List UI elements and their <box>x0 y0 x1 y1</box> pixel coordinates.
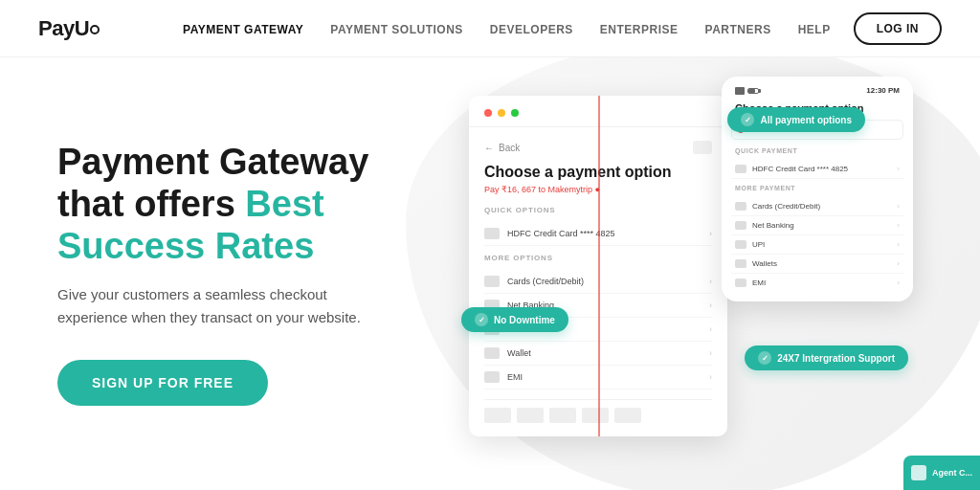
mobile-wallets-option[interactable]: Wallets › <box>731 255 903 274</box>
mobile-netbanking-icon <box>735 221 746 230</box>
battery-icon <box>747 88 759 94</box>
mobile-quick-label: QUICK PAYMENT <box>731 147 903 154</box>
emi-icon <box>484 371 500 383</box>
signal-icon <box>735 87 745 95</box>
cards-icon <box>484 276 500 287</box>
card-icon <box>484 228 500 239</box>
nav-link-payment-gateway[interactable]: PAYMENT GATEWAY <box>183 23 303 36</box>
mobile-netbanking-option[interactable]: Net Banking › <box>731 216 903 235</box>
visa-logo <box>484 408 511 423</box>
dot-green <box>511 109 519 117</box>
mobile-signal <box>735 87 759 95</box>
hero-section: Payment Gateway that offers Best Success… <box>57 142 440 405</box>
dot-red <box>484 109 492 117</box>
mobile-emi-option[interactable]: EMI › <box>731 274 903 292</box>
hero-title: Payment Gateway that offers Best Success… <box>57 142 440 267</box>
upi-logo <box>582 408 609 423</box>
no-downtime-badge: ✓ No Downtime <box>461 307 568 332</box>
mobile-cards-icon <box>735 202 746 211</box>
check-icon: ✓ <box>475 313 488 326</box>
mobile-card-icon <box>735 165 746 173</box>
nav-link-partners[interactable]: PARTNERS <box>705 23 771 36</box>
mobile-more-label: MORE PAYMENT <box>731 185 903 191</box>
all-payment-options-badge: ✓ All payment options <box>727 107 865 132</box>
mobile-hdfc-option[interactable]: HDFC Credit Card **** 4825 › <box>731 160 903 179</box>
login-button[interactable]: LOG IN <box>854 12 942 45</box>
mobile-card-header: 12:30 PM <box>731 86 903 95</box>
chat-label: Agent C... <box>932 468 972 478</box>
nav-link-payment-solutions[interactable]: PAYMENT SOLUTIONS <box>330 23 463 36</box>
mobile-upi-icon <box>735 240 746 249</box>
mobile-wallets-icon <box>735 259 746 268</box>
chat-icon <box>911 465 926 480</box>
mobile-time: 12:30 PM <box>866 86 900 95</box>
chat-widget[interactable]: Agent C... <box>903 456 980 490</box>
dot-yellow <box>498 109 505 117</box>
rupay-logo <box>549 408 576 423</box>
check-icon-3: ✓ <box>758 351 771 365</box>
logo[interactable]: PayU <box>38 16 100 41</box>
nav-link-help[interactable]: HELP <box>798 23 831 36</box>
mockup-area: ← Back Choose a payment option Pay ₹16, … <box>440 57 923 490</box>
support-badge: ✓ 24X7 Intergration Support <box>745 345 908 370</box>
mobile-upi-option[interactable]: UPI › <box>731 235 903 255</box>
wallet-icon <box>484 347 500 359</box>
mobile-cards-option[interactable]: Cards (Credit/Debit) › <box>731 197 903 216</box>
nav-link-enterprise[interactable]: ENTERPRISE <box>600 23 679 36</box>
main-content: Payment Gateway that offers Best Success… <box>0 57 980 490</box>
signup-button[interactable]: SIGN UP FOR FREE <box>57 360 268 406</box>
mobile-emi-icon <box>735 278 746 287</box>
check-icon-2: ✓ <box>741 113 754 126</box>
mastercard-logo <box>517 408 544 423</box>
hero-subtitle: Give your customers a seamless checkout … <box>57 283 383 329</box>
checkout-card: ← Back Choose a payment option Pay ₹16, … <box>469 96 727 436</box>
paytm-logo <box>614 408 641 423</box>
nav-links: PAYMENT GATEWAY PAYMENT SOLUTIONS DEVELO… <box>183 20 831 37</box>
red-divider-line <box>598 96 600 436</box>
nav-link-developers[interactable]: DEVELOPERS <box>490 23 573 36</box>
navbar: PayU PAYMENT GATEWAY PAYMENT SOLUTIONS D… <box>0 0 980 57</box>
